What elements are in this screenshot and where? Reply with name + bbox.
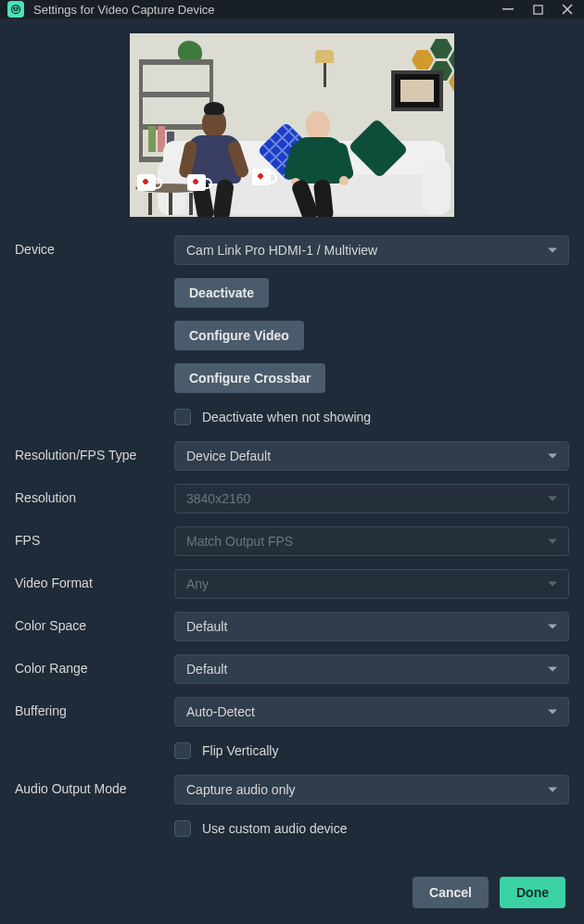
resolution-label: Resolution	[15, 484, 174, 505]
resolution-value: 3840x2160	[186, 491, 250, 506]
app-icon	[7, 1, 24, 18]
svg-point-2	[17, 7, 18, 8]
chevron-down-icon	[548, 788, 557, 792]
fps-label: FPS	[15, 526, 174, 548]
close-button[interactable]	[558, 0, 577, 19]
deactivate-when-not-showing-label: Deactivate when not showing	[202, 410, 371, 424]
chevron-down-icon	[548, 454, 557, 459]
svg-rect-3	[502, 8, 514, 10]
deactivate-when-not-showing-checkbox[interactable]	[174, 409, 191, 425]
chevron-down-icon	[548, 497, 557, 501]
settings-dialog: Settings for Video Capture Device	[0, 0, 584, 924]
buffering-select[interactable]: Auto-Detect	[174, 697, 569, 727]
chevron-down-icon	[548, 710, 557, 715]
deactivate-button[interactable]: Deactivate	[174, 278, 269, 308]
flip-vertically-label: Flip Vertically	[202, 743, 278, 758]
cancel-button[interactable]: Cancel	[413, 877, 489, 908]
configure-crossbar-button[interactable]: Configure Crossbar	[174, 363, 325, 393]
chevron-down-icon	[548, 582, 557, 587]
video-format-value: Any	[186, 576, 209, 591]
audio-output-mode-label: Audio Output Mode	[15, 775, 174, 796]
video-format-select: Any	[174, 569, 569, 599]
buffering-value: Auto-Detect	[186, 704, 255, 719]
device-value: Cam Link Pro HDMI-1 / Multiview	[186, 243, 377, 258]
video-format-label: Video Format	[15, 569, 174, 590]
chevron-down-icon	[548, 539, 557, 544]
color-range-value: Default	[186, 662, 227, 677]
buffering-label: Buffering	[15, 697, 174, 718]
chevron-down-icon	[548, 248, 557, 253]
chevron-down-icon	[548, 667, 557, 672]
device-label: Device	[15, 235, 174, 257]
audio-output-mode-select[interactable]: Capture audio only	[174, 775, 569, 804]
audio-output-mode-value: Capture audio only	[186, 782, 296, 797]
color-space-select[interactable]: Default	[174, 612, 569, 641]
resolution-select: 3840x2160	[174, 484, 569, 513]
done-button[interactable]: Done	[500, 877, 565, 908]
svg-rect-4	[533, 5, 541, 13]
fps-value: Match Output FPS	[186, 534, 293, 549]
use-custom-audio-device-checkbox[interactable]	[174, 820, 191, 837]
video-preview	[130, 33, 454, 217]
minimize-button[interactable]	[499, 0, 517, 19]
color-space-value: Default	[186, 619, 227, 634]
color-space-label: Color Space	[15, 612, 174, 633]
device-select[interactable]: Cam Link Pro HDMI-1 / Multiview	[174, 235, 569, 265]
color-range-label: Color Range	[15, 654, 174, 676]
resolution-fps-type-label: Resolution/FPS Type	[15, 441, 174, 462]
resolution-fps-type-select[interactable]: Device Default	[174, 441, 569, 471]
maximize-button[interactable]	[528, 0, 547, 19]
fps-select: Match Output FPS	[174, 526, 569, 556]
configure-video-button[interactable]: Configure Video	[174, 321, 304, 350]
resolution-fps-type-value: Device Default	[186, 449, 271, 463]
color-range-select[interactable]: Default	[174, 654, 569, 684]
window-title: Settings for Video Capture Device	[33, 3, 499, 17]
svg-point-0	[12, 6, 20, 14]
flip-vertically-checkbox[interactable]	[174, 742, 191, 759]
titlebar: Settings for Video Capture Device	[0, 0, 584, 19]
svg-point-1	[14, 7, 15, 8]
use-custom-audio-device-label: Use custom audio device	[202, 821, 347, 836]
chevron-down-icon	[548, 625, 557, 629]
dialog-footer: Cancel Done	[0, 867, 584, 924]
